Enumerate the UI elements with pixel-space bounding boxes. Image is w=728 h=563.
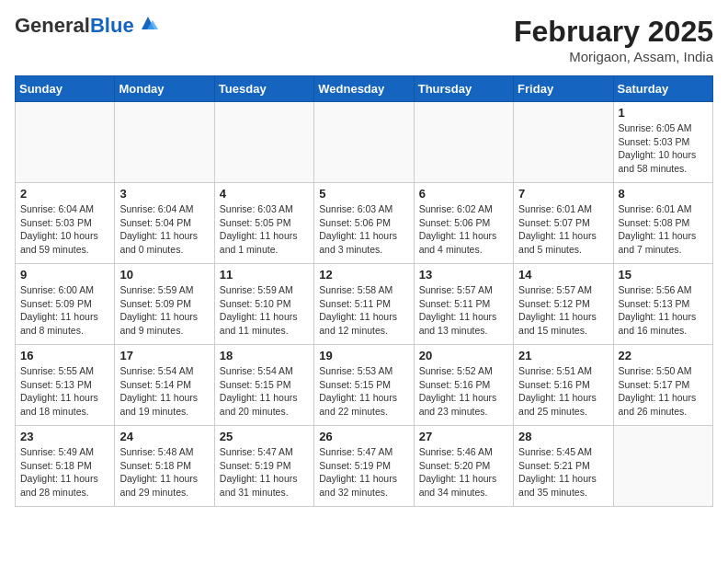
- day-info: Sunrise: 6:04 AM Sunset: 5:03 PM Dayligh…: [20, 202, 109, 257]
- logo-general: GeneralBlue: [15, 15, 134, 37]
- day-info: Sunrise: 5:47 AM Sunset: 5:19 PM Dayligh…: [220, 445, 309, 500]
- title-block: February 2025 Morigaon, Assam, India: [514, 15, 713, 64]
- calendar-day-cell: 25Sunrise: 5:47 AM Sunset: 5:19 PM Dayli…: [214, 426, 313, 507]
- calendar-day-cell: 16Sunrise: 5:55 AM Sunset: 5:13 PM Dayli…: [16, 345, 115, 426]
- calendar-day-cell: 15Sunrise: 5:56 AM Sunset: 5:13 PM Dayli…: [613, 264, 712, 345]
- calendar-day-cell: 3Sunrise: 6:04 AM Sunset: 5:04 PM Daylig…: [115, 183, 214, 264]
- calendar-day-cell: 6Sunrise: 6:02 AM Sunset: 5:06 PM Daylig…: [414, 183, 513, 264]
- day-info: Sunrise: 5:57 AM Sunset: 5:12 PM Dayligh…: [518, 283, 608, 338]
- calendar-day-cell: [613, 426, 712, 507]
- weekday-header-saturday: Saturday: [613, 76, 712, 102]
- day-number: 9: [20, 268, 109, 282]
- day-info: Sunrise: 5:47 AM Sunset: 5:19 PM Dayligh…: [319, 445, 408, 500]
- day-number: 4: [220, 187, 309, 201]
- calendar-day-cell: 28Sunrise: 5:45 AM Sunset: 5:21 PM Dayli…: [514, 426, 613, 507]
- day-info: Sunrise: 5:52 AM Sunset: 5:16 PM Dayligh…: [419, 364, 508, 419]
- calendar-week-row: 16Sunrise: 5:55 AM Sunset: 5:13 PM Dayli…: [16, 345, 713, 426]
- calendar-day-cell: 11Sunrise: 5:59 AM Sunset: 5:10 PM Dayli…: [214, 264, 313, 345]
- month-title: February 2025: [514, 15, 713, 49]
- location: Morigaon, Assam, India: [514, 49, 713, 64]
- calendar-day-cell: [214, 102, 313, 183]
- calendar-day-cell: 12Sunrise: 5:58 AM Sunset: 5:11 PM Dayli…: [314, 264, 414, 345]
- day-number: 1: [619, 106, 708, 120]
- day-number: 21: [518, 349, 608, 362]
- calendar-day-cell: 27Sunrise: 5:46 AM Sunset: 5:20 PM Dayli…: [414, 426, 513, 507]
- day-number: 2: [20, 187, 109, 201]
- day-number: 23: [20, 430, 109, 443]
- day-number: 27: [419, 430, 508, 443]
- day-number: 8: [619, 187, 708, 201]
- day-number: 17: [119, 349, 209, 362]
- weekday-header-sunday: Sunday: [16, 76, 115, 102]
- calendar-day-cell: 10Sunrise: 5:59 AM Sunset: 5:09 PM Dayli…: [115, 264, 214, 345]
- calendar-day-cell: 1Sunrise: 6:05 AM Sunset: 5:03 PM Daylig…: [613, 102, 712, 183]
- day-info: Sunrise: 6:01 AM Sunset: 5:08 PM Dayligh…: [619, 202, 708, 257]
- calendar-day-cell: 26Sunrise: 5:47 AM Sunset: 5:19 PM Dayli…: [314, 426, 414, 507]
- day-info: Sunrise: 5:59 AM Sunset: 5:10 PM Dayligh…: [220, 283, 309, 338]
- day-info: Sunrise: 5:53 AM Sunset: 5:15 PM Dayligh…: [319, 364, 408, 419]
- calendar-day-cell: 8Sunrise: 6:01 AM Sunset: 5:08 PM Daylig…: [613, 183, 712, 264]
- day-info: Sunrise: 6:02 AM Sunset: 5:06 PM Dayligh…: [419, 202, 508, 257]
- weekday-header-row: SundayMondayTuesdayWednesdayThursdayFrid…: [16, 76, 713, 102]
- calendar-week-row: 1Sunrise: 6:05 AM Sunset: 5:03 PM Daylig…: [16, 102, 713, 183]
- day-info: Sunrise: 5:54 AM Sunset: 5:15 PM Dayligh…: [220, 364, 309, 419]
- day-number: 7: [518, 187, 608, 201]
- day-info: Sunrise: 6:04 AM Sunset: 5:04 PM Dayligh…: [119, 202, 209, 257]
- day-info: Sunrise: 6:05 AM Sunset: 5:03 PM Dayligh…: [619, 121, 708, 176]
- day-info: Sunrise: 5:51 AM Sunset: 5:16 PM Dayligh…: [518, 364, 608, 419]
- calendar-day-cell: 2Sunrise: 6:04 AM Sunset: 5:03 PM Daylig…: [16, 183, 115, 264]
- logo: GeneralBlue: [15, 15, 158, 37]
- day-number: 6: [419, 187, 508, 201]
- day-number: 3: [119, 187, 209, 201]
- calendar-day-cell: 13Sunrise: 5:57 AM Sunset: 5:11 PM Dayli…: [414, 264, 513, 345]
- calendar-week-row: 2Sunrise: 6:04 AM Sunset: 5:03 PM Daylig…: [16, 183, 713, 264]
- day-number: 18: [220, 349, 309, 362]
- calendar-day-cell: 19Sunrise: 5:53 AM Sunset: 5:15 PM Dayli…: [314, 345, 414, 426]
- day-number: 20: [419, 349, 508, 362]
- calendar-day-cell: [314, 102, 414, 183]
- calendar-day-cell: 4Sunrise: 6:03 AM Sunset: 5:05 PM Daylig…: [214, 183, 313, 264]
- day-info: Sunrise: 5:54 AM Sunset: 5:14 PM Dayligh…: [119, 364, 209, 419]
- day-number: 15: [619, 268, 708, 282]
- calendar-day-cell: [514, 102, 613, 183]
- page-header: GeneralBlue February 2025 Morigaon, Assa…: [15, 15, 713, 64]
- day-info: Sunrise: 6:00 AM Sunset: 5:09 PM Dayligh…: [20, 283, 109, 338]
- day-number: 12: [319, 268, 408, 282]
- day-number: 14: [518, 268, 608, 282]
- day-info: Sunrise: 5:55 AM Sunset: 5:13 PM Dayligh…: [20, 364, 109, 419]
- calendar-day-cell: 7Sunrise: 6:01 AM Sunset: 5:07 PM Daylig…: [514, 183, 613, 264]
- day-number: 19: [319, 349, 408, 362]
- calendar-day-cell: [414, 102, 513, 183]
- calendar-day-cell: [16, 102, 115, 183]
- calendar-day-cell: 20Sunrise: 5:52 AM Sunset: 5:16 PM Dayli…: [414, 345, 513, 426]
- day-number: 16: [20, 349, 109, 362]
- logo-icon: [138, 13, 158, 33]
- day-number: 22: [619, 349, 708, 362]
- calendar-day-cell: 22Sunrise: 5:50 AM Sunset: 5:17 PM Dayli…: [613, 345, 712, 426]
- weekday-header-monday: Monday: [115, 76, 214, 102]
- day-number: 28: [518, 430, 608, 443]
- day-number: 10: [119, 268, 209, 282]
- day-number: 26: [319, 430, 408, 443]
- calendar-table: SundayMondayTuesdayWednesdayThursdayFrid…: [15, 75, 713, 507]
- weekday-header-tuesday: Tuesday: [214, 76, 313, 102]
- calendar-day-cell: 9Sunrise: 6:00 AM Sunset: 5:09 PM Daylig…: [16, 264, 115, 345]
- weekday-header-friday: Friday: [514, 76, 613, 102]
- day-info: Sunrise: 5:59 AM Sunset: 5:09 PM Dayligh…: [119, 283, 209, 338]
- day-info: Sunrise: 5:58 AM Sunset: 5:11 PM Dayligh…: [319, 283, 408, 338]
- weekday-header-wednesday: Wednesday: [314, 76, 414, 102]
- calendar-day-cell: 24Sunrise: 5:48 AM Sunset: 5:18 PM Dayli…: [115, 426, 214, 507]
- calendar-week-row: 23Sunrise: 5:49 AM Sunset: 5:18 PM Dayli…: [16, 426, 713, 507]
- calendar-day-cell: 18Sunrise: 5:54 AM Sunset: 5:15 PM Dayli…: [214, 345, 313, 426]
- day-number: 5: [319, 187, 408, 201]
- calendar-day-cell: 14Sunrise: 5:57 AM Sunset: 5:12 PM Dayli…: [514, 264, 613, 345]
- day-info: Sunrise: 5:50 AM Sunset: 5:17 PM Dayligh…: [619, 364, 708, 419]
- calendar-day-cell: 21Sunrise: 5:51 AM Sunset: 5:16 PM Dayli…: [514, 345, 613, 426]
- day-info: Sunrise: 5:49 AM Sunset: 5:18 PM Dayligh…: [20, 445, 109, 500]
- day-number: 13: [419, 268, 508, 282]
- day-info: Sunrise: 5:56 AM Sunset: 5:13 PM Dayligh…: [619, 283, 708, 338]
- calendar-day-cell: 23Sunrise: 5:49 AM Sunset: 5:18 PM Dayli…: [16, 426, 115, 507]
- day-number: 24: [119, 430, 209, 443]
- day-info: Sunrise: 5:46 AM Sunset: 5:20 PM Dayligh…: [419, 445, 508, 500]
- day-info: Sunrise: 6:03 AM Sunset: 5:06 PM Dayligh…: [319, 202, 408, 257]
